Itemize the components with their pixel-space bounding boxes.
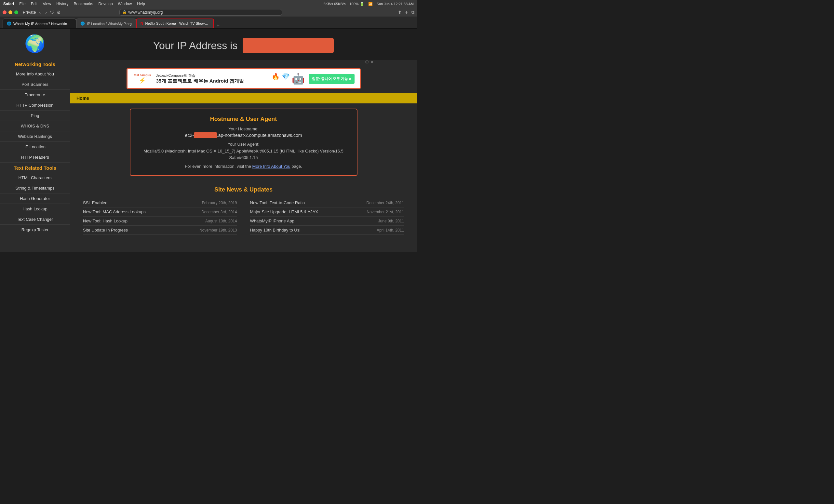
news-row: Site Update In ProgressNovember 19th, 20… xyxy=(83,226,237,235)
menu-file[interactable]: File xyxy=(19,2,25,6)
ip-value-box xyxy=(243,38,334,53)
hostname-prefix: ec2- xyxy=(185,133,194,138)
menu-bookmarks[interactable]: Bookmarks xyxy=(74,2,93,6)
tabs-icon[interactable]: ⧉ xyxy=(411,9,414,15)
ad-close-button[interactable]: ✕ xyxy=(371,60,374,64)
add-tab-button[interactable]: + xyxy=(217,22,220,28)
news-item-text: New Tool: Text-to-Code Ratio xyxy=(250,200,305,205)
main-content: Your IP Address is ⓘ ✕ fast campus ⚡ Jet… xyxy=(70,29,417,252)
news-item-text: WhatsMyIP iPhone App xyxy=(250,219,294,223)
ad-info-icon: ⓘ xyxy=(365,60,369,64)
hostname-user-agent-box: Hostname & User Agent Your Hostname: ec2… xyxy=(130,109,357,176)
kotlin-icon: 💎 xyxy=(282,72,290,85)
battery-status: 100% 🔋 xyxy=(349,2,364,6)
text-tools-title: Text Related Tools xyxy=(0,163,70,173)
tab-netflix[interactable]: N Netflix South Korea - Watch TV Shows O… xyxy=(136,19,214,28)
sidebar-item-http-headers[interactable]: HTTP Headers xyxy=(0,152,70,163)
more-info-link[interactable]: More Info About You xyxy=(253,164,290,169)
news-item-text: New Tool: Hash Lookup xyxy=(83,219,128,223)
traffic-light-close[interactable] xyxy=(3,10,6,14)
ad-icons: 🔥 💎 🤖 xyxy=(271,72,305,85)
sidebar-item-http-compression[interactable]: HTTP Compression xyxy=(0,100,70,111)
ip-header-text: Your IP Address is xyxy=(153,40,238,52)
menu-view[interactable]: View xyxy=(43,2,51,6)
menu-edit[interactable]: Edit xyxy=(31,2,38,6)
news-date: November 19th, 2013 xyxy=(199,228,237,232)
news-row: Major Site Upgrade: HTML5 & AJAXNovember… xyxy=(250,207,404,216)
news-title: Site News & Updates xyxy=(83,186,404,193)
news-row: New Tool: Text-to-Code RatioDecember 24t… xyxy=(250,198,404,207)
news-section: Site News & Updates SSL EnabledFebruary … xyxy=(70,181,417,240)
news-row: New Tool: Hash LookupAugust 10th, 2014 xyxy=(83,216,237,226)
wifi-icon: 📶 xyxy=(368,2,373,6)
news-date: February 20th, 2019 xyxy=(202,201,237,205)
globe-logo-icon: 🌍 xyxy=(24,34,46,54)
sidebar-item-more-info[interactable]: More Info About You xyxy=(0,69,70,79)
menu-window[interactable]: Window xyxy=(118,2,132,6)
ad-subtitle: JetpackCompose도 학습 xyxy=(156,73,268,78)
sidebar-item-hash-generator[interactable]: Hash Generator xyxy=(0,193,70,204)
news-item-text: SSL Enabled xyxy=(83,200,107,205)
site-logo: 🌍 xyxy=(0,29,70,59)
shield-icon: 🛡 xyxy=(50,10,54,15)
news-item-text: Major Site Upgrade: HTML5 & AJAX xyxy=(250,209,319,214)
ua-value: Mozilla/5.0 (Macintosh; Intel Mac OS X 1… xyxy=(137,148,350,161)
sidebar-item-ip-location[interactable]: IP Location xyxy=(0,142,70,152)
tab-label-1: What's My IP Address? Networking Tools &… xyxy=(13,22,72,26)
sidebar: 🌍 Networking Tools More Info About You P… xyxy=(0,29,70,252)
hostname-value: ec2- .ap-northeast-2.compute.amazonaws.c… xyxy=(137,133,350,138)
news-date: December 3rd, 2014 xyxy=(201,210,237,214)
news-row: WhatsMyIP iPhone AppJune 9th, 2011 xyxy=(250,216,404,226)
ua-label: Your User Agent: xyxy=(137,142,350,147)
tab-label-3: Netflix South Korea - Watch TV Shows Onl… xyxy=(145,21,209,25)
traffic-light-fullscreen[interactable] xyxy=(14,10,18,14)
sidebar-item-traceroute[interactable]: Traceroute xyxy=(0,90,70,100)
news-row: New Tool: MAC Address LookupsDecember 3r… xyxy=(83,207,237,216)
news-date: August 10th, 2014 xyxy=(205,219,237,223)
ad-banner: fast campus ⚡ JetpackCompose도 학습 35개 프로젝… xyxy=(127,68,361,89)
safari-menu[interactable]: Safari xyxy=(3,2,14,6)
news-item-text: Site Update In Progress xyxy=(83,228,128,232)
sidebar-item-hash-lookup[interactable]: Hash Lookup xyxy=(0,204,70,214)
news-date: December 24th, 2011 xyxy=(367,201,404,205)
news-date: April 14th, 2011 xyxy=(377,228,404,232)
news-row: SSL EnabledFebruary 20th, 2019 xyxy=(83,198,237,207)
new-tab-icon[interactable]: + xyxy=(405,9,408,15)
news-column-left: SSL EnabledFebruary 20th, 2019New Tool: … xyxy=(83,198,237,235)
forward-button[interactable]: › xyxy=(44,10,48,15)
sidebar-item-html-characters[interactable]: HTML Characters xyxy=(0,173,70,183)
hostname-box-title: Hostname & User Agent xyxy=(137,116,350,122)
menu-history[interactable]: History xyxy=(56,2,68,6)
traffic-light-minimize[interactable] xyxy=(8,10,13,14)
ad-cta-button[interactable]: 입문~중니어 모두 가능 » xyxy=(309,74,354,84)
tab-iplocation[interactable]: 🌐 IP Location / WhatsMyIP.org xyxy=(76,19,136,28)
news-date: June 9th, 2011 xyxy=(378,219,404,223)
menu-develop[interactable]: Develop xyxy=(98,2,113,6)
sidebar-item-website-rankings[interactable]: Website Rankings xyxy=(0,131,70,142)
sidebar-item-whois-dns[interactable]: WHOIS & DNS xyxy=(0,121,70,131)
more-info-text: For even more information, visit the Mor… xyxy=(137,164,350,169)
news-item-text: New Tool: MAC Address Lookups xyxy=(83,209,146,214)
system-status: 5KB/s 65KB/s xyxy=(324,2,346,6)
sidebar-item-ping[interactable]: Ping xyxy=(0,111,70,121)
sidebar-item-text-case-changer[interactable]: Text Case Changer xyxy=(0,214,70,225)
hostname-suffix: .ap-northeast-2.compute.amazonaws.com xyxy=(217,133,302,138)
share-icon[interactable]: ⬆ xyxy=(398,10,402,15)
tab-favicon-3: N xyxy=(140,21,144,26)
tab-favicon-1: 🌐 xyxy=(7,21,12,26)
menu-help[interactable]: Help xyxy=(137,2,145,6)
url-text[interactable]: www.whatsmyip.org xyxy=(128,10,162,15)
back-button[interactable]: ‹ xyxy=(38,10,42,15)
news-grid: SSL EnabledFebruary 20th, 2019New Tool: … xyxy=(83,198,404,235)
lock-icon: 🔒 xyxy=(122,10,127,14)
sidebar-item-port-scanners[interactable]: Port Scanners xyxy=(0,79,70,90)
news-column-right: New Tool: Text-to-Code RatioDecember 24t… xyxy=(250,198,404,235)
ip-header-section: Your IP Address is xyxy=(70,29,417,60)
ad-main-text: 35개 프로젝트로 배우는 Android 앱개발 xyxy=(156,78,268,84)
news-date: November 21st, 2011 xyxy=(367,210,404,214)
ad-logo: fast campus ⚡ xyxy=(133,73,152,84)
tab-whatsmyip[interactable]: 🌐 What's My IP Address? Networking Tools… xyxy=(3,19,76,28)
sidebar-item-regexp-tester[interactable]: Regexp Tester xyxy=(0,225,70,235)
hostname-redacted xyxy=(194,132,217,138)
sidebar-item-string-timestamps[interactable]: String & Timestamps xyxy=(0,183,70,193)
